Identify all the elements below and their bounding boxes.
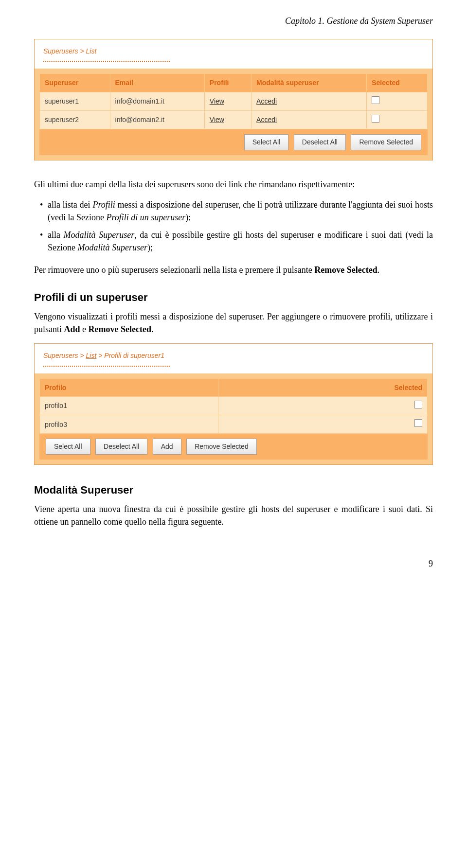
- superusers-table: Superuser Email Profili Modalità superus…: [39, 73, 428, 129]
- remove-selected-button[interactable]: Remove Selected: [186, 439, 257, 454]
- text: );: [147, 243, 153, 252]
- table-row: profilo1: [40, 396, 428, 415]
- cell-checkbox: [367, 110, 428, 129]
- checkbox[interactable]: [372, 96, 379, 104]
- bold-text: Add: [64, 324, 80, 334]
- add-button[interactable]: Add: [153, 439, 181, 454]
- superusers-list-panel: Superusers > List Superuser Email Profil…: [34, 39, 433, 160]
- cell-mode-link[interactable]: Accedi: [251, 110, 367, 129]
- cell-profilo: profilo3: [40, 415, 218, 434]
- breadcrumb: Superusers > List: [35, 39, 432, 59]
- deselect-all-button[interactable]: Deselect All: [95, 439, 147, 454]
- bold-text: Remove Selected: [314, 265, 377, 275]
- crumb-text: Superusers >: [43, 352, 86, 359]
- list-item: alla Modalità Superuser, da cui è possib…: [38, 229, 433, 254]
- text: alla lista dei: [48, 200, 92, 210]
- text: .: [151, 324, 154, 334]
- italic-text: Modalità Superuser: [64, 230, 135, 240]
- select-all-button[interactable]: Select All: [46, 439, 90, 454]
- select-all-button[interactable]: Select All: [244, 134, 289, 150]
- cell-email: info@domain2.it: [110, 110, 204, 129]
- text: );: [185, 213, 191, 222]
- cell-email: info@domain1.it: [110, 92, 204, 110]
- cell-user: superuser2: [40, 110, 110, 129]
- italic-text: Profili di un superuser: [106, 213, 185, 222]
- button-row: Select All Deselect All Remove Selected: [39, 129, 428, 155]
- col-selected: Selected: [218, 378, 427, 396]
- italic-text: Modalità Superuser: [77, 243, 147, 252]
- col-superuser: Superuser: [40, 74, 110, 92]
- section-body: Vengono visualizzati i profili messi a d…: [34, 310, 433, 336]
- col-email: Email: [110, 74, 204, 92]
- table-row: profilo3: [40, 415, 428, 434]
- col-profili: Profili: [204, 74, 251, 92]
- checkbox[interactable]: [414, 401, 422, 408]
- divider-dotted: [43, 61, 170, 62]
- page-number: 9: [34, 557, 433, 570]
- cell-checkbox: [218, 396, 427, 415]
- section-title-profili: Profili di un superuser: [34, 290, 433, 305]
- remove-selected-button[interactable]: Remove Selected: [351, 134, 421, 150]
- crumb-text: > Profili di superuser1: [96, 352, 164, 359]
- crumb-link[interactable]: List: [86, 352, 97, 359]
- section-body: Viene aperta una nuova finestra da cui è…: [34, 503, 433, 528]
- italic-text: Profili: [92, 200, 115, 210]
- table-row: superuser1 info@domain1.it View Accedi: [40, 92, 428, 110]
- section-title-modalita: Modalità Superuser: [34, 482, 433, 498]
- cell-profilo: profilo1: [40, 396, 218, 415]
- breadcrumb: Superusers > List > Profili di superuser…: [35, 344, 432, 363]
- text: e: [80, 324, 89, 334]
- table-row: superuser2 info@domain2.it View Accedi: [40, 110, 428, 129]
- col-modalita: Modalità superuser: [251, 74, 367, 92]
- col-selected: Selected: [367, 74, 428, 92]
- text: Per rimuovere uno o più superusers selez…: [34, 265, 314, 275]
- chapter-header: Capitolo 1. Gestione da System Superuser: [34, 15, 433, 27]
- button-row: Select All Deselect All Add Remove Selec…: [39, 434, 428, 459]
- profili-table: Profilo Selected profilo1 profilo3: [39, 378, 428, 434]
- deselect-all-button[interactable]: Deselect All: [294, 134, 346, 150]
- cell-checkbox: [367, 92, 428, 110]
- cell-profili-link[interactable]: View: [204, 92, 251, 110]
- divider-dotted: [43, 366, 170, 367]
- intro-paragraph: Gli ultimi due campi della lista dei sup…: [34, 178, 433, 191]
- bullet-list: alla lista dei Profili messi a disposizi…: [38, 198, 433, 254]
- text: alla: [48, 230, 64, 240]
- cell-profili-link[interactable]: View: [204, 110, 251, 129]
- cell-mode-link[interactable]: Accedi: [251, 92, 367, 110]
- checkbox[interactable]: [414, 419, 422, 427]
- cell-checkbox: [218, 415, 427, 434]
- checkbox[interactable]: [372, 115, 379, 123]
- cell-user: superuser1: [40, 92, 110, 110]
- remove-paragraph: Per rimuovere uno o più superusers selez…: [34, 264, 433, 276]
- list-item: alla lista dei Profili messi a disposizi…: [38, 198, 433, 224]
- profili-panel: Superusers > List > Profili di superuser…: [34, 343, 433, 464]
- bold-text: Remove Selected: [89, 324, 151, 334]
- col-profilo: Profilo: [40, 378, 218, 396]
